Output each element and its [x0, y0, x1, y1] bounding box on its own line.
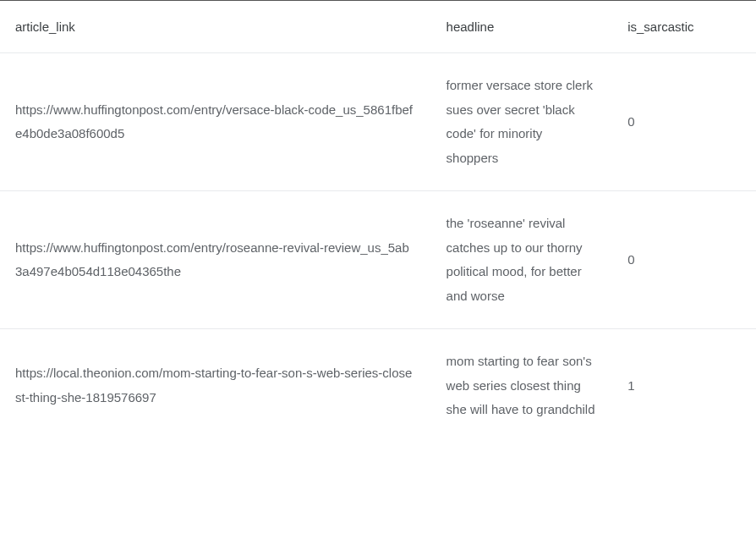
cell-headline: mom starting to fear son's web series cl… — [431, 329, 613, 443]
table-row: https://www.huffingtonpost.com/entry/ros… — [0, 191, 756, 329]
cell-is-sarcastic: 0 — [612, 191, 756, 329]
cell-headline: the 'roseanne' revival catches up to our… — [431, 191, 613, 329]
column-header-is-sarcastic: is_sarcastic — [612, 1, 756, 53]
cell-article-link: https://www.huffingtonpost.com/entry/ver… — [0, 53, 431, 191]
cell-is-sarcastic: 1 — [612, 329, 756, 443]
cell-is-sarcastic: 0 — [612, 53, 756, 191]
data-table: article_link headline is_sarcastic https… — [0, 1, 756, 443]
column-header-headline: headline — [431, 1, 613, 53]
cell-article-link: https://local.theonion.com/mom-starting-… — [0, 329, 431, 443]
cell-article-link: https://www.huffingtonpost.com/entry/ros… — [0, 191, 431, 329]
table-row: https://www.huffingtonpost.com/entry/ver… — [0, 53, 756, 191]
table-header-row: article_link headline is_sarcastic — [0, 1, 756, 53]
table-row: https://local.theonion.com/mom-starting-… — [0, 329, 756, 443]
column-header-article-link: article_link — [0, 1, 431, 53]
cell-headline: former versace store clerk sues over sec… — [431, 53, 613, 191]
